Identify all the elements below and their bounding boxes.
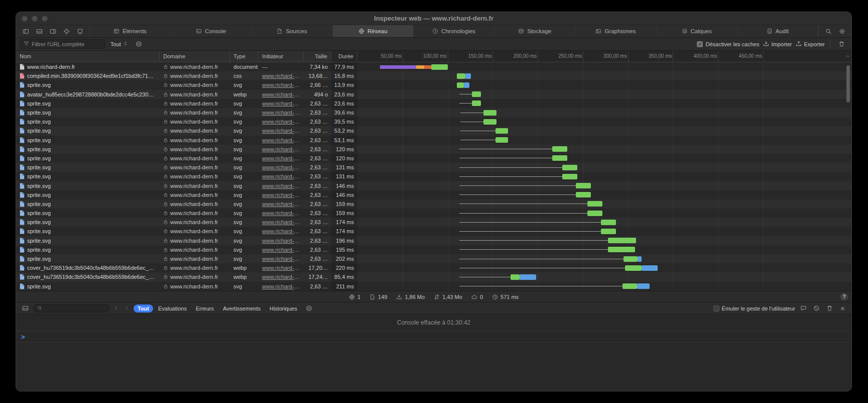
initiator-link[interactable]: www.richard-d…: [262, 100, 300, 107]
next-result-button[interactable]: [123, 306, 131, 311]
network-row[interactable]: sprite.svgwww.richard-dern.frsvgwww.rich…: [16, 108, 851, 117]
network-row[interactable]: sprite.svgwww.richard-dern.frsvgwww.rich…: [16, 209, 851, 218]
network-row[interactable]: sprite.svgwww.richard-dern.frsvgwww.rich…: [16, 80, 851, 89]
clear-console-button[interactable]: [811, 304, 821, 313]
initiator-link[interactable]: www.richard-d…: [262, 274, 300, 280]
tab-storage[interactable]: Stockage: [494, 25, 575, 37]
disable-caches-checkbox[interactable]: ✓ Désactiver les caches: [697, 41, 759, 47]
initiator-link[interactable]: www.richard-d…: [262, 82, 300, 88]
initiator-link[interactable]: www.richard-d…: [262, 201, 300, 207]
network-row[interactable]: sprite.svgwww.richard-dern.frsvgwww.rich…: [16, 245, 851, 254]
tab-network[interactable]: Réseau: [333, 25, 414, 37]
initiator-link[interactable]: www.richard-d…: [262, 219, 300, 225]
resource-type-select[interactable]: Tout: [109, 41, 129, 47]
vertical-scrollbar[interactable]: [846, 65, 850, 103]
network-row[interactable]: sprite.svgwww.richard-dern.frsvgwww.rich…: [16, 163, 851, 172]
column-header-domaine[interactable]: Domaine: [160, 51, 230, 62]
previous-result-button[interactable]: [112, 306, 120, 311]
tab-sources[interactable]: Sources: [252, 25, 332, 37]
close-window-button[interactable]: [22, 16, 28, 22]
initiator-link[interactable]: www.richard-d…: [262, 256, 300, 262]
network-row[interactable]: sprite.svgwww.richard-dern.frsvgwww.rich…: [16, 172, 851, 181]
initiator-link[interactable]: www.richard-d…: [262, 110, 300, 116]
initiator-link[interactable]: www.richard-d…: [262, 155, 300, 161]
initiator-link[interactable]: www.richard-d…: [262, 265, 300, 271]
console-search-input[interactable]: [33, 304, 109, 313]
network-row[interactable]: sprite.svgwww.richard-dern.frsvgwww.rich…: [16, 117, 851, 126]
minimize-window-button[interactable]: [32, 16, 38, 22]
initiator-link[interactable]: www.richard-d…: [262, 183, 300, 189]
console-panel-button[interactable]: [20, 304, 30, 313]
initiator-link[interactable]: www.richard-d…: [262, 91, 300, 97]
initiator-link[interactable]: www.richard-d…: [262, 283, 300, 289]
dock-left-button[interactable]: [20, 27, 32, 36]
network-row[interactable]: sprite.svgwww.richard-dern.frsvgwww.rich…: [16, 136, 851, 145]
initiator-link[interactable]: www.richard-d…: [262, 247, 300, 253]
network-row[interactable]: sprite.svgwww.richard-dern.frsvgwww.rich…: [16, 282, 851, 291]
device-settings-button[interactable]: [74, 27, 86, 36]
network-row[interactable]: avatar_hu85ecc3e298728880b0bde2dcc4e5c23…: [16, 90, 851, 99]
initiator-link[interactable]: www.richard-d…: [262, 192, 300, 198]
network-row[interactable]: sprite.svgwww.richard-dern.frsvgwww.rich…: [16, 181, 851, 190]
expand-console-button[interactable]: [837, 304, 847, 313]
import-button[interactable]: Importer: [763, 41, 792, 48]
initiator-link[interactable]: www.richard-d…: [262, 238, 300, 244]
console-scope-evaluations[interactable]: Évaluations: [154, 305, 191, 313]
network-row[interactable]: sprite.svgwww.richard-dern.frsvgwww.rich…: [16, 199, 851, 209]
dock-bottom-button[interactable]: [33, 27, 45, 36]
console-input-area[interactable]: [16, 343, 851, 391]
settings-button[interactable]: [836, 27, 848, 36]
column-header-nom[interactable]: Nom: [16, 51, 160, 62]
column-header-initiateur[interactable]: Initiateur: [259, 51, 304, 62]
initiator-link[interactable]: www.richard-d…: [262, 128, 300, 134]
initiator-link[interactable]: www.richard-d…: [262, 137, 300, 143]
filter-options-button[interactable]: [133, 39, 145, 49]
network-row[interactable]: sprite.svgwww.richard-dern.frsvgwww.rich…: [16, 126, 851, 135]
initiator-link[interactable]: www.richard-d…: [262, 146, 300, 152]
network-row[interactable]: sprite.svgwww.richard-dern.frsvgwww.rich…: [16, 190, 851, 199]
tab-console[interactable]: Console: [171, 25, 252, 37]
tab-audit[interactable]: Audit: [737, 25, 818, 37]
url-filter-input[interactable]: Filtrer l'URL complète: [20, 39, 105, 49]
network-row[interactable]: sprite.svgwww.richard-dern.frsvgwww.rich…: [16, 236, 851, 245]
tab-graphics[interactable]: Graphismes: [575, 25, 656, 37]
column-header-type[interactable]: Type: [230, 51, 259, 62]
network-row[interactable]: compiled.min.38390909f303624ed9e1cf1bd3f…: [16, 71, 851, 80]
initiator-link[interactable]: www.richard-d…: [262, 173, 300, 179]
network-row[interactable]: sprite.svgwww.richard-dern.frsvgwww.rich…: [16, 99, 851, 108]
initiator-link[interactable]: www.richard-d…: [262, 73, 300, 79]
clear-network-button[interactable]: [835, 39, 847, 49]
console-trash-button[interactable]: [824, 304, 834, 313]
initiator-link[interactable]: www.richard-d…: [262, 119, 300, 125]
console-prompt[interactable]: >: [16, 331, 851, 343]
console-scope-erreurs[interactable]: Erreurs: [192, 305, 218, 313]
initiator-link[interactable]: www.richard-d…: [262, 210, 300, 216]
column-header-taille[interactable]: Taille: [304, 51, 331, 62]
scroll-top-button[interactable]: [845, 51, 850, 62]
console-scope-historiques[interactable]: Historiques: [266, 305, 301, 313]
console-scope-tout[interactable]: Tout: [134, 305, 153, 313]
tab-layers[interactable]: Calques: [657, 25, 737, 37]
initiator-link[interactable]: www.richard-d…: [262, 164, 300, 170]
export-button[interactable]: Exporter: [796, 41, 825, 48]
console-filter-options-button[interactable]: [304, 304, 314, 313]
console-scope-avertissements[interactable]: Avertissements: [219, 305, 265, 313]
tab-elements[interactable]: Éléments: [90, 25, 171, 37]
network-row[interactable]: cover_hu736519dc3b5040cfa48b6b559b6de6ec…: [16, 272, 851, 281]
network-row[interactable]: cover_hu736519dc3b5040cfa48b6b559b6de6ec…: [16, 263, 851, 272]
initiator-link[interactable]: www.richard-d…: [262, 228, 300, 234]
dock-right-button[interactable]: [47, 27, 59, 36]
network-row[interactable]: sprite.svgwww.richard-dern.frsvgwww.rich…: [16, 154, 851, 163]
search-button[interactable]: [822, 27, 834, 36]
zoom-window-button[interactable]: [42, 16, 48, 22]
column-header-duree[interactable]: Durée: [331, 51, 357, 62]
tab-timelines[interactable]: Chronologies: [414, 25, 494, 37]
help-button[interactable]: ?: [840, 293, 848, 300]
network-row[interactable]: sprite.svgwww.richard-dern.frsvgwww.rich…: [16, 227, 851, 236]
element-picker-button[interactable]: [60, 27, 72, 36]
network-row[interactable]: sprite.svgwww.richard-dern.frsvgwww.rich…: [16, 218, 851, 227]
emulate-user-gesture-checkbox[interactable]: Émuler le geste de l'utilisateur: [713, 306, 795, 312]
network-row[interactable]: www.richard-dern.frwww.richard-dern.frdo…: [16, 62, 851, 71]
network-row[interactable]: sprite.svgwww.richard-dern.frsvgwww.rich…: [16, 254, 851, 263]
network-row[interactable]: sprite.svgwww.richard-dern.frsvgwww.rich…: [16, 145, 851, 154]
